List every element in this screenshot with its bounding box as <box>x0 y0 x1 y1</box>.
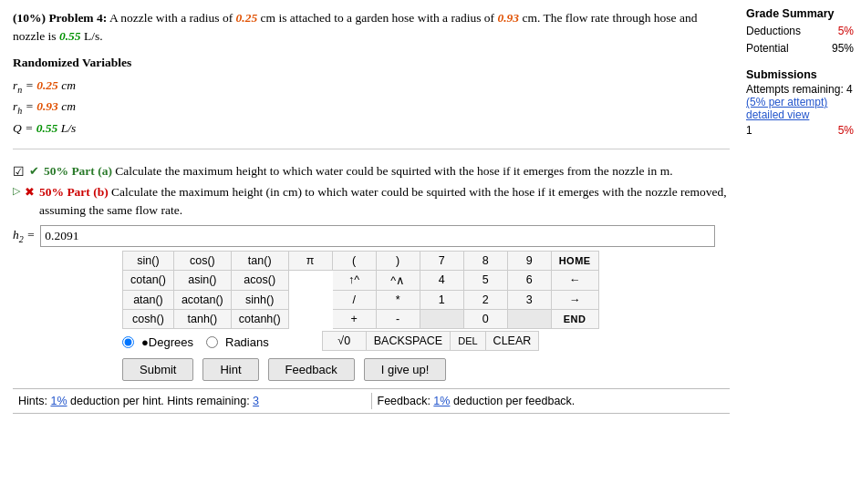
give-up-button[interactable]: I give up! <box>364 358 447 381</box>
radians-label[interactable]: Radians <box>225 335 269 349</box>
btn-left-arrow[interactable]: ← <box>551 270 598 290</box>
submissions-section: Submissions Attempts remaining: 4 (5% pe… <box>746 68 854 137</box>
btn-0[interactable]: 0 <box>463 309 507 328</box>
deductions-row: Deductions 5% <box>746 23 854 40</box>
btn-6[interactable]: 6 <box>507 270 551 290</box>
btn-acotan[interactable]: acotan() <box>173 290 231 309</box>
input-row: h2 = <box>13 225 730 247</box>
submissions-title: Submissions <box>746 68 854 81</box>
btn-multiply[interactable]: * <box>376 290 420 309</box>
btn-asin[interactable]: asin() <box>173 270 231 290</box>
hints-deduction-pct: 1% <box>50 395 67 407</box>
hint-button[interactable]: Hint <box>202 358 258 381</box>
btn-2[interactable]: 2 <box>463 290 507 309</box>
hints-section: Hints: 1% deduction per hint. Hints rema… <box>13 393 371 409</box>
btn-rparen[interactable]: ) <box>376 251 420 270</box>
btn-plus[interactable]: + <box>332 309 376 328</box>
deductions-value: 5% <box>838 23 854 40</box>
feedback-button[interactable]: Feedback <box>268 358 355 381</box>
btn-pi[interactable]: π <box>288 251 332 270</box>
r-h-value: 0.93 <box>497 11 519 25</box>
btn-7[interactable]: 7 <box>420 251 463 270</box>
feedback-deduction-label: deduction per feedback. <box>450 395 575 407</box>
grade-summary-title: Grade Summary <box>746 7 854 20</box>
btn-4[interactable]: 4 <box>420 270 463 290</box>
radio-row: ●Degrees Radians <box>122 335 269 349</box>
degrees-radio[interactable] <box>122 336 134 348</box>
attempts-value: 4 <box>846 83 853 96</box>
potential-value: 95% <box>832 40 854 57</box>
btn-sin[interactable]: sin() <box>123 251 174 270</box>
checkbox-icon: ☑ <box>13 163 25 181</box>
play-icon: ▷ <box>13 184 20 199</box>
btn-del[interactable]: DEL <box>451 331 485 350</box>
btn-home[interactable]: HOME <box>551 251 598 270</box>
feedback-section: Feedback: 1% deduction per feedback. <box>371 393 731 409</box>
deductions-label: Deductions <box>746 23 801 40</box>
btn-backspace[interactable]: BACKSPACE <box>366 331 451 350</box>
btn-blank4 <box>420 309 463 328</box>
btn-cotan[interactable]: cotan() <box>123 270 174 290</box>
radians-radio[interactable] <box>206 336 218 348</box>
btn-blank3 <box>288 309 332 328</box>
sub-num-row: 1 5% <box>746 124 854 137</box>
btn-tanh[interactable]: tanh() <box>173 309 231 328</box>
sub-num: 1 <box>746 124 752 137</box>
sidebar: Grade Summary Deductions 5% Potential 95… <box>742 0 861 419</box>
btn-blank1 <box>288 270 332 290</box>
btn-cotanh[interactable]: cotanh() <box>231 309 288 328</box>
hints-feedback-bar: Hints: 1% deduction per hint. Hints rema… <box>13 388 730 414</box>
problem-percent: (10%) <box>13 11 46 25</box>
hints-remaining[interactable]: 3 <box>253 395 259 407</box>
q-value: 0.55 <box>59 29 81 43</box>
btn-atan[interactable]: atan() <box>123 290 174 309</box>
btn-cos[interactable]: cos() <box>173 251 231 270</box>
btn-lparen[interactable]: ( <box>332 251 376 270</box>
part-a-line: ☑ ✔ 50% Part (a) Calculate the maximum h… <box>13 162 730 181</box>
btn-9[interactable]: 9 <box>507 251 551 270</box>
btn-5[interactable]: 5 <box>463 270 507 290</box>
btn-minus[interactable]: - <box>376 309 420 328</box>
btn-blank5 <box>507 309 551 328</box>
btn-right-arrow[interactable]: → <box>551 290 598 309</box>
var-rn: rn = 0.25 cm <box>13 76 730 98</box>
r-n-value: 0.25 <box>236 11 258 25</box>
action-buttons: Submit Hint Feedback I give up! <box>122 358 730 381</box>
variables-title: Randomized Variables <box>13 56 730 70</box>
var-rh: rh = 0.93 cm <box>13 97 730 118</box>
btn-sqrt[interactable]: √0 <box>322 331 366 350</box>
btn-8[interactable]: 8 <box>463 251 507 270</box>
var-q: Q = 0.55 L/s <box>13 118 730 139</box>
calc-table: sin() cos() tan() π ( ) 7 8 9 HOME cotan… <box>122 251 599 329</box>
btn-up-arrow[interactable]: ↑^ <box>332 270 376 290</box>
input-label: h2 = <box>13 228 35 244</box>
calc-bottom-row: ●Degrees Radians √0 BACKSPACE DEL CLEAR <box>122 331 730 351</box>
calculator-area: sin() cos() tan() π ( ) 7 8 9 HOME cotan… <box>122 251 730 351</box>
btn-blank2 <box>288 290 332 309</box>
btn-divide[interactable]: / <box>332 290 376 309</box>
btn-tan[interactable]: tan() <box>231 251 288 270</box>
btn-clear[interactable]: CLEAR <box>485 331 539 350</box>
btn-caret[interactable]: ^∧ <box>376 270 420 290</box>
btn-sinh[interactable]: sinh() <box>231 290 288 309</box>
btn-acos[interactable]: acos() <box>231 270 288 290</box>
check-icon: ✔ <box>29 163 39 180</box>
feedback-label: Feedback: <box>378 395 434 407</box>
sub-num-pct: 5% <box>838 124 854 137</box>
detailed-view-link[interactable]: detailed view <box>746 108 854 121</box>
problem-text: (10%) Problem 4: A nozzle with a radius … <box>13 9 730 46</box>
bottom-calc-table: √0 BACKSPACE DEL CLEAR <box>322 331 540 351</box>
potential-label: Potential <box>746 40 789 57</box>
deduction-pct-label: (5% per attempt) <box>746 96 854 108</box>
variables-section: Randomized Variables rn = 0.25 cm rh = 0… <box>13 56 730 149</box>
degrees-label[interactable]: ●Degrees <box>141 335 193 349</box>
btn-1[interactable]: 1 <box>420 290 463 309</box>
attempts-label: Attempts remaining: <box>746 83 846 96</box>
part-b-line: ▷ ✖ 50% Part (b) Calculate the maximum h… <box>13 183 730 219</box>
btn-cosh[interactable]: cosh() <box>123 309 174 328</box>
answer-input[interactable] <box>40 225 715 247</box>
attempts-remaining: Attempts remaining: 4 <box>746 83 854 96</box>
btn-3[interactable]: 3 <box>507 290 551 309</box>
btn-end[interactable]: END <box>551 309 598 328</box>
submit-button[interactable]: Submit <box>122 358 193 381</box>
